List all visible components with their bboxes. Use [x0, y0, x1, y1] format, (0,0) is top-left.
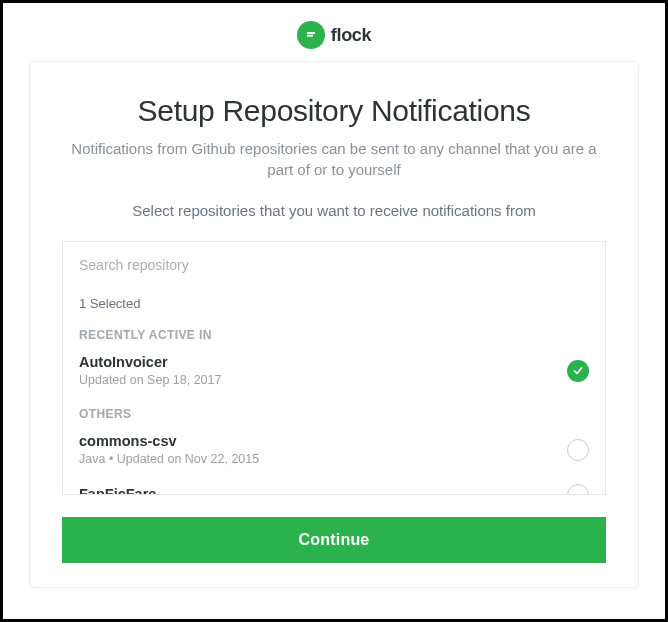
- repository-list-box: 1 Selected RECENTLY ACTIVE IN AutoInvoic…: [62, 241, 606, 495]
- checkmark-selected-icon[interactable]: [567, 360, 589, 382]
- setup-card: Setup Repository Notifications Notificat…: [29, 61, 639, 588]
- repo-info: commons-csv Java • Updated on Nov 22, 20…: [79, 433, 259, 466]
- repository-scroll-area[interactable]: RECENTLY ACTIVE IN AutoInvoicer Updated …: [63, 319, 605, 494]
- brand-logo-row: flock: [297, 21, 372, 49]
- repo-name: FanFicFare: [79, 486, 156, 495]
- repo-item-commons-csv[interactable]: commons-csv Java • Updated on Nov 22, 20…: [63, 427, 605, 478]
- svg-rect-2: [307, 35, 312, 36]
- search-wrap: [63, 242, 605, 288]
- repo-meta: Updated on Sep 18, 2017: [79, 373, 221, 387]
- checkbox-unselected-icon[interactable]: [567, 439, 589, 461]
- selection-instruction: Select repositories that you want to rec…: [132, 202, 536, 219]
- repo-name: AutoInvoicer: [79, 354, 221, 370]
- section-others-label: OTHERS: [63, 399, 605, 427]
- page-title: Setup Repository Notifications: [138, 94, 531, 128]
- repo-name: commons-csv: [79, 433, 259, 449]
- selected-count-label: 1 Selected: [63, 288, 605, 319]
- checkbox-unselected-icon[interactable]: [567, 484, 589, 494]
- repo-info: AutoInvoicer Updated on Sep 18, 2017: [79, 354, 221, 387]
- continue-button[interactable]: Continue: [62, 517, 606, 563]
- svg-rect-1: [307, 32, 315, 33]
- repo-info: FanFicFare: [79, 486, 156, 495]
- page-subtitle: Notifications from Github repositories c…: [62, 138, 606, 180]
- section-recent-label: RECENTLY ACTIVE IN: [63, 320, 605, 348]
- flock-logo-icon: [297, 21, 325, 49]
- brand-name: flock: [331, 25, 372, 46]
- repo-item-autoinvoicer[interactable]: AutoInvoicer Updated on Sep 18, 2017: [63, 348, 605, 399]
- repo-item-fanficfare[interactable]: FanFicFare: [63, 478, 605, 494]
- repo-meta: Java • Updated on Nov 22, 2015: [79, 452, 259, 466]
- search-input[interactable]: [79, 257, 589, 273]
